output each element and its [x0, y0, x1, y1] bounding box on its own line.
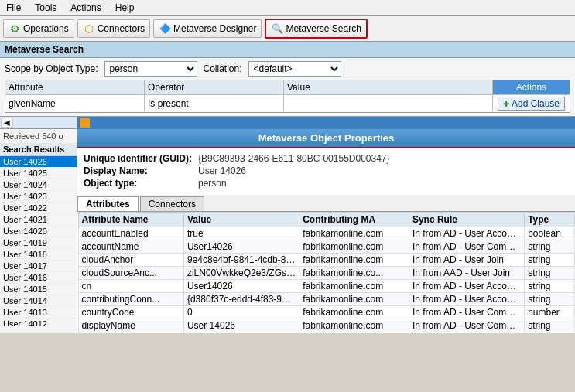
metaverse-search-icon: 🔍	[271, 22, 283, 35]
objecttype-label: Object type:	[84, 178, 192, 189]
search-results-header: Search Results	[0, 143, 77, 156]
table-row[interactable]: countryCode0fabrikamonline.comIn from AD…	[78, 306, 574, 319]
th-attr: Attribute Name	[78, 213, 183, 227]
th-type: Type	[525, 213, 574, 227]
props-table: Attribute Name Value Contributing MA Syn…	[77, 212, 575, 333]
th-rule: Sync Rule	[409, 213, 524, 227]
col-operator: Operator	[145, 80, 284, 95]
menu-help[interactable]: Help	[112, 2, 138, 14]
mv-title-icon	[80, 118, 90, 128]
criteria-value	[284, 95, 493, 113]
col-attribute: Attribute	[5, 80, 145, 95]
tab-attributes[interactable]: Attributes	[77, 196, 139, 211]
col-actions: Actions	[493, 80, 570, 95]
th-ma: Contributing MA	[299, 213, 409, 227]
list-item[interactable]: User 14021	[0, 214, 77, 226]
designer-icon: 🔷	[159, 22, 171, 35]
mv-header: Metaverse Object Properties	[77, 129, 575, 148]
displayname-row: Display Name: User 14026	[84, 165, 569, 176]
table-row[interactable]: accountEnabledtruefabrikamonline.comIn f…	[78, 227, 574, 240]
table-row[interactable]: accountNameUser14026fabrikamonline.comIn…	[78, 240, 574, 254]
page-title: Metaverse Search	[0, 42, 575, 58]
nav-prev[interactable]: ◀	[1, 118, 13, 128]
operations-button[interactable]: ⚙ Operations	[3, 19, 74, 38]
operations-icon: ⚙	[9, 22, 21, 35]
list-item[interactable]: User 14017	[0, 261, 77, 272]
results-list: User 14026 User 14025 User 14024 User 14…	[0, 156, 77, 326]
add-clause-button[interactable]: ✚ Add Clause	[498, 97, 565, 111]
objecttype-value: person	[198, 178, 227, 189]
list-item[interactable]: User 14022	[0, 203, 77, 214]
objecttype-row: Object type: person	[84, 178, 569, 189]
guid-row: Unique identifier (GUID): {B9C89393-2466…	[84, 153, 569, 164]
criteria-row: givenName Is present ✚ Add Clause	[5, 95, 570, 113]
list-item[interactable]: User 14019	[0, 237, 77, 249]
left-panel: ◀ Retrieved 540 o Search Results User 14…	[0, 117, 77, 333]
criteria-table: Attribute Operator Value Actions givenNa…	[5, 80, 570, 113]
table-row[interactable]: cloudAnchor9e4c8e4bf-9841-4cdb-8694-ecc4…	[78, 254, 574, 267]
search-panel: Scope by Object Type: person Collation: …	[0, 58, 575, 117]
designer-label: Metaverse Designer	[173, 23, 256, 34]
list-item[interactable]: User 14012	[0, 319, 77, 326]
menu-bar: File Tools Actions Help	[0, 0, 575, 16]
displayname-label: Display Name:	[84, 165, 192, 176]
list-item[interactable]: User 14026	[0, 156, 77, 168]
left-nav: ◀	[0, 117, 77, 129]
list-item[interactable]: User 14018	[0, 249, 77, 261]
connectors-icon: ⬡	[83, 22, 95, 35]
toolbar: ⚙ Operations ⬡ Connectors 🔷 Metaverse De…	[0, 16, 575, 42]
table-row[interactable]: contributingConn...{d380f37c-eddd-4f83-9…	[78, 293, 574, 306]
collation-select[interactable]: <default>	[248, 61, 341, 77]
metaverse-search-label: Metaverse Search	[286, 23, 361, 34]
th-value: Value	[183, 213, 299, 227]
metaverse-search-button[interactable]: 🔍 Metaverse Search	[265, 19, 367, 39]
tab-connectors[interactable]: Connectors	[140, 196, 204, 211]
col-value: Value	[284, 80, 493, 95]
list-item[interactable]: User 14024	[0, 179, 77, 191]
designer-button[interactable]: 🔷 Metaverse Designer	[153, 19, 262, 38]
connectors-label: Connectors	[98, 23, 145, 34]
displayname-value: User 14026	[198, 165, 246, 176]
mv-body: Unique identifier (GUID): {B9C89393-2466…	[77, 148, 575, 195]
menu-actions[interactable]: Actions	[67, 2, 104, 14]
props-table-container: Attribute Name Value Contributing MA Syn…	[77, 212, 575, 333]
main-area: ◀ Retrieved 540 o Search Results User 14…	[0, 117, 575, 333]
add-clause-label: Add Clause	[512, 98, 560, 109]
criteria-operator: Is present	[145, 95, 284, 113]
menu-file[interactable]: File	[3, 2, 24, 14]
operations-label: Operations	[23, 23, 69, 34]
table-row[interactable]: domainFQDNfabrikamonline.comfabrikamonli…	[78, 332, 574, 334]
tabs: Attributes Connectors	[77, 195, 575, 212]
list-item[interactable]: User 14015	[0, 284, 77, 295]
add-icon: ✚	[503, 100, 509, 108]
retrieved-text: Retrieved 540 o	[0, 129, 77, 143]
criteria-attribute: givenName	[5, 95, 145, 113]
menu-tools[interactable]: Tools	[32, 2, 60, 14]
table-row[interactable]: displayNameUser 14026fabrikamonline.comI…	[78, 319, 574, 332]
list-item[interactable]: User 14025	[0, 168, 77, 179]
list-item[interactable]: User 14020	[0, 226, 77, 237]
guid-value: {B9C89393-2466-E611-80BC-00155D000347}	[198, 153, 390, 164]
list-item[interactable]: User 14013	[0, 307, 77, 319]
list-item[interactable]: User 14014	[0, 295, 77, 307]
connectors-button[interactable]: ⬡ Connectors	[77, 19, 150, 38]
right-panel: Metaverse Object Properties Unique ident…	[77, 117, 575, 333]
table-row[interactable]: cloudSourceAnc...ziLN00VwkkeQ2e3/ZGs+DA=…	[78, 267, 574, 280]
list-item[interactable]: User 14016	[0, 272, 77, 284]
guid-label: Unique identifier (GUID):	[84, 153, 192, 164]
scope-select[interactable]: person	[104, 61, 197, 77]
collation-label: Collation:	[204, 63, 242, 74]
scope-label: Scope by Object Type:	[5, 63, 98, 74]
list-item[interactable]: User 14023	[0, 191, 77, 203]
mv-titlebar	[77, 117, 575, 129]
table-row[interactable]: cnUser14026fabrikamonline.comIn from AD …	[78, 280, 574, 293]
